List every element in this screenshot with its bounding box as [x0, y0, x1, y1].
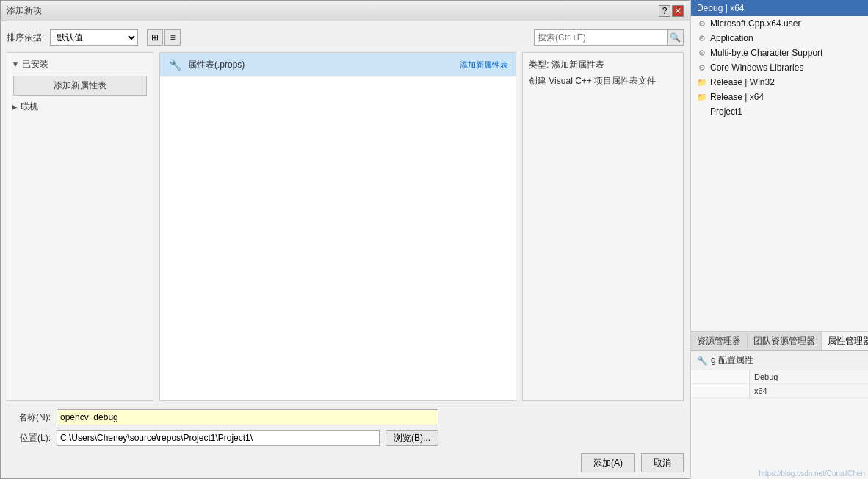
add-button[interactable]: 添加(A): [581, 453, 635, 472]
grid-view-button[interactable]: ⊞: [147, 29, 163, 46]
sort-label: 排序依据:: [7, 32, 44, 44]
vs-tree-item[interactable]: 📁Release | x64: [691, 90, 868, 104]
location-input[interactable]: [57, 430, 380, 446]
gear-icon: ⚙: [697, 48, 707, 58]
vs-tree-item[interactable]: ⚙Multi-byte Character Support: [691, 46, 868, 60]
add-property-sheet-button[interactable]: 添加新属性表: [13, 76, 147, 96]
vs-property-panel: 资源管理器团队资源管理器属性管理器 🔧 g 配置属性 Debugx64: [691, 332, 868, 479]
name-field-row: 名称(N):: [7, 409, 684, 425]
tree-item-label: Multi-byte Character Support: [710, 48, 822, 58]
search-box: 🔍: [534, 29, 684, 46]
prop-val: Debug: [750, 370, 782, 383]
prop-val: x64: [750, 384, 772, 397]
search-input[interactable]: [535, 30, 667, 45]
tree-item-label: Release | Win32: [710, 77, 775, 87]
bottom-bar: 名称(N): 位置(L): 浏览(B)... 添加(A) 取消: [7, 406, 684, 472]
search-button[interactable]: 🔍: [667, 30, 683, 45]
close-button[interactable]: ✕: [672, 5, 684, 17]
vs-tree-items: ⚙Microsoft.Cpp.x64.user⚙Application⚙Mult…: [691, 16, 868, 119]
left-panel: ▼ 已安装 添加新属性表 ▶ 联机: [7, 52, 153, 401]
vs-prop-row: x64: [691, 384, 868, 398]
vs-tree-item[interactable]: Project1: [691, 104, 868, 119]
cancel-button[interactable]: 取消: [641, 453, 684, 472]
tree-item-label: Application: [710, 33, 753, 43]
tree-item-label: Release | x64: [710, 92, 764, 102]
gear-icon: ⚙: [697, 62, 707, 73]
folder-icon: 📁: [697, 77, 707, 87]
dialog-title: 添加新项: [7, 4, 42, 17]
add-item-dialog: 添加新项 ? ✕ 排序依据: 默认值 ⊞ ≡: [0, 0, 690, 479]
vs-tabs: 资源管理器团队资源管理器属性管理器: [691, 332, 868, 351]
vs-tab[interactable]: 团队资源管理器: [748, 332, 822, 350]
item-name: 属性表(.props): [188, 59, 460, 71]
items-list: 🔧 属性表(.props) 添加新属性表: [159, 52, 516, 401]
gear-icon: ⚙: [697, 33, 707, 43]
dialog-titlebar: 添加新项 ? ✕: [0, 0, 690, 21]
installed-category[interactable]: ▼ 已安装: [7, 56, 153, 73]
list-view-button[interactable]: ≡: [164, 29, 181, 46]
prop-section-label: g 配置属性: [711, 354, 753, 367]
vs-prop-row: Debug: [691, 370, 868, 384]
vs-tab[interactable]: 属性管理器: [822, 332, 868, 350]
grid-icon: ⊞: [151, 32, 159, 43]
tree-item-label: Core Windows Libraries: [710, 62, 803, 73]
item-description: 创建 Visual C++ 项目属性表文件: [529, 74, 677, 87]
main-content: ▼ 已安装 添加新属性表 ▶ 联机 🔧 属性表(.props) 添加新属性表: [7, 52, 684, 401]
item-icon: 🔧: [167, 57, 182, 72]
vs-prop-table: Debugx64: [691, 370, 868, 479]
action-buttons: 添加(A) 取消: [7, 450, 684, 472]
help-button[interactable]: ?: [659, 5, 670, 17]
vs-config-header: Debug | x64: [691, 0, 868, 16]
vs-tree-item[interactable]: ⚙Application: [691, 31, 868, 46]
vs-prop-section: 🔧 g 配置属性: [691, 351, 868, 370]
vs-tree-item[interactable]: ⚙Microsoft.Cpp.x64.user: [691, 16, 868, 31]
sort-select[interactable]: 默认值: [50, 29, 138, 46]
table-row[interactable]: 🔧 属性表(.props) 添加新属性表: [160, 53, 516, 77]
browse-button[interactable]: 浏览(B)...: [386, 430, 438, 446]
config-label: Debug | x64: [697, 3, 745, 13]
dialog-body: 排序依据: 默认值 ⊞ ≡ 🔍: [0, 21, 690, 479]
type-label: 类型: 添加新属性表: [529, 59, 677, 71]
offline-arrow: ▶: [12, 103, 18, 111]
placeholder-icon: [697, 107, 707, 117]
info-panel: 类型: 添加新属性表 创建 Visual C++ 项目属性表文件: [522, 52, 684, 401]
tree-item-label: Project1: [710, 107, 742, 117]
vs-sidebar: Debug | x64 ⚙Microsoft.Cpp.x64.user⚙Appl…: [690, 0, 868, 479]
location-field-row: 位置(L): 浏览(B)...: [7, 430, 684, 446]
offline-category[interactable]: ▶ 联机: [7, 98, 153, 115]
offline-label: 联机: [21, 101, 38, 113]
wrench-small-icon: 🔧: [697, 356, 708, 366]
name-label: 名称(N):: [7, 411, 51, 424]
vs-tree-item[interactable]: ⚙Core Windows Libraries: [691, 60, 868, 75]
name-input[interactable]: [57, 409, 438, 425]
folder-icon: 📁: [697, 92, 707, 102]
prop-key: [691, 384, 750, 397]
prop-key: [691, 370, 750, 383]
vs-tree-item[interactable]: 📁Release | Win32: [691, 75, 868, 90]
item-action: 添加新属性表: [460, 60, 508, 71]
title-buttons: ? ✕: [659, 5, 684, 17]
expand-arrow: ▼: [12, 60, 19, 68]
vs-tab[interactable]: 资源管理器: [691, 332, 748, 350]
toolbar-row: 排序依据: 默认值 ⊞ ≡ 🔍: [7, 27, 684, 48]
installed-label: 已安装: [22, 58, 48, 71]
view-icons: ⊞ ≡: [147, 29, 181, 46]
gear-icon: ⚙: [697, 18, 707, 29]
wrench-icon: 🔧: [169, 59, 181, 71]
vs-tree: Debug | x64 ⚙Microsoft.Cpp.x64.user⚙Appl…: [691, 0, 868, 332]
search-icon: 🔍: [670, 32, 681, 43]
tree-item-label: Microsoft.Cpp.x64.user: [710, 18, 800, 29]
list-icon: ≡: [170, 32, 176, 43]
location-label: 位置(L):: [7, 432, 51, 444]
